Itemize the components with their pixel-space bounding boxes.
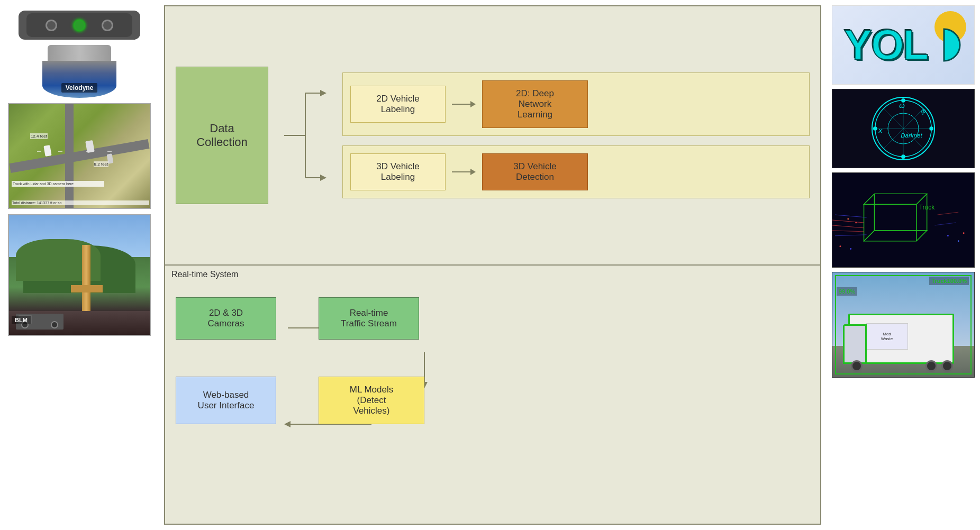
aerial-photo: 12.4 feet 8.2 feet Truck with Lidar and … [8,103,151,209]
aerial-info: Total distance: 141337 ft or so [12,200,149,205]
svg-line-34 [832,220,864,223]
arrow-3d [452,169,476,175]
svg-point-47 [850,248,851,250]
darknet-circle: ω φ x Darknet [872,97,935,160]
yolo-pacman [925,24,963,66]
svg-marker-5 [320,90,326,96]
section-label: Real-time System [171,270,238,279]
svg-text:Truck: Truck [919,204,934,211]
center-panel: Data Collection 2D Vehicle Labeling [159,0,827,530]
3d-group: 3D Vehicle Labeling 3D Vehicle Detection [342,145,810,198]
svg-line-40 [935,223,956,225]
svg-point-22 [873,126,877,131]
cameras-box: 2D & 3D Cameras [176,297,276,340]
right-panel: YOL ω φ [827,0,980,530]
bottom-diagram: Real-time System 2D & 3D Cameras Web-bas… [164,266,821,525]
darknet-svg: ω φ x Darknet [873,97,934,160]
lidar-image: Velodyne [42,45,116,98]
svg-line-38 [835,235,867,236]
deep-network-box: 2D: Deep Network Learning [482,80,588,128]
bottom-right-col: Real-time Traffic Stream ML Models (Dete… [319,297,424,424]
yolo-text: YOL [844,21,928,69]
arrow-2d [452,101,476,107]
3d-labeling-box: 3D Vehicle Labeling [350,153,446,190]
svg-marker-28 [864,194,927,204]
darknet-image: ω φ x Darknet [832,89,975,168]
lidar-viz-svg: Truck [832,172,974,268]
svg-marker-27 [864,231,927,241]
svg-point-46 [839,245,841,247]
stereo-camera-image [19,11,140,40]
2d-labeling-box: 2D Vehicle Labeling [350,86,446,123]
svg-line-39 [938,212,959,215]
detection-label1: Truck100.0% [929,277,969,285]
yolo-logo: YOL [832,5,975,85]
svg-text:φ: φ [921,107,926,115]
lidar-viz: Truck [832,172,975,268]
right-groups: 2D Vehicle Labeling 2D: Deep Network Lea… [342,72,810,198]
detection-image: MedWaste Truck100.0% 99.0% [832,272,975,378]
aerial-caption: Truck with Lidar and 3D camera here [12,181,104,187]
svg-marker-6 [320,175,326,181]
svg-line-37 [835,215,867,217]
yolo-text-wrapper: YOL [844,21,963,69]
svg-point-44 [958,240,959,242]
top-diagram: Data Collection 2D Vehicle Labeling [164,5,821,266]
left-panel: Velodyne 12.4 feet 8.2 feet Truck with L… [0,0,159,530]
svg-point-43 [947,235,949,236]
web-ui-box: Web-based User Interface [176,377,276,424]
detection-label2: 99.0% [837,287,857,296]
svg-point-21 [901,154,905,159]
field-text: BLM [12,316,31,324]
svg-line-35 [832,225,864,228]
fork-arrows-svg [284,61,326,209]
svg-point-20 [929,126,933,131]
2d-group: 2D Vehicle Labeling 2D: Deep Network Lea… [342,72,810,136]
svg-line-36 [832,231,864,232]
svg-point-45 [963,232,965,234]
bottom-left-col: 2D & 3D Cameras Web-based User Interface [176,297,276,424]
svg-text:ω: ω [899,102,905,109]
svg-text:Darknet: Darknet [901,132,922,139]
stream-box: Real-time Traffic Stream [319,297,419,340]
bottom-content: 2D & 3D Cameras Web-based User Interface… [176,297,810,508]
3d-detection-box: 3D Vehicle Detection [482,153,588,190]
ml-models-box: ML Models (Detect Vehicles) [319,377,424,424]
svg-point-42 [855,222,857,223]
lidar-label: Velodyne [61,83,98,93]
data-collection-box: Data Collection [176,67,268,204]
field-photo: BLM [8,214,151,336]
svg-text:x: x [878,126,883,134]
svg-point-41 [847,218,849,220]
